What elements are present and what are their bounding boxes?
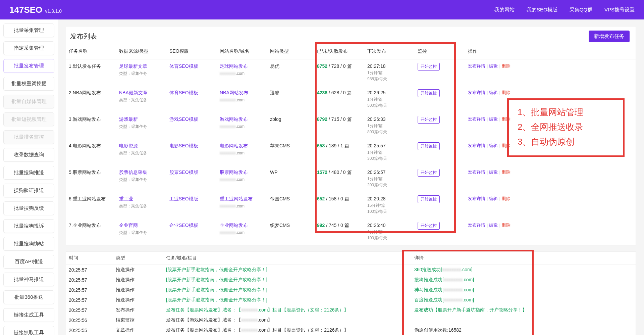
log-row: 20:25:55文章操作发布任务【股票网站发布】域名：【xxxxxxx.com】… (66, 325, 636, 335)
topnav-item-1[interactable]: 我的SEO模版 (527, 7, 557, 13)
task-site: 足球网站发布xxxxxxxx.com (217, 59, 267, 86)
callout-line-2: 2、全网推送收录 (518, 119, 615, 134)
log-type: 结束监控 (113, 315, 163, 325)
delete-link[interactable]: 删除 (502, 90, 511, 95)
sidebar-item-15[interactable]: 批量360推送 (3, 290, 54, 304)
publish-detail-link[interactable]: 发布详情 (468, 63, 485, 68)
publish-count: 8752 / 728 / 0 篇 (314, 59, 365, 86)
sidebar-item-14[interactable]: 批量神马推送 (3, 273, 54, 286)
task-name: 7.企业网站发布 (66, 219, 116, 245)
publish-detail-link[interactable]: 发布详情 (468, 90, 485, 95)
sidebar-item-17[interactable]: 链接抓取工具 (3, 326, 54, 335)
publish-count: 658 / 189 / 1 篇 (314, 139, 365, 165)
source-link[interactable]: 足球最新文章 (119, 63, 147, 69)
sidebar-item-12[interactable]: 批量搜狗绑站 (3, 237, 54, 251)
sidebar-item-0[interactable]: 批量采集管理 (3, 23, 54, 37)
sidebar-item-16[interactable]: 链接生成工具 (3, 308, 54, 322)
template-link[interactable]: 电影SEO模板 (169, 143, 198, 148)
log-task: 发布任务【股票网站发布】域名：【xxxxxxx.com】栏目【股票资讯（文档：2… (163, 305, 412, 315)
log-row: 20:25:56结束监控发布任务【游戏网站发布】域名：【xxxxxxx.com】 (66, 315, 636, 325)
app-title: 147SEO (9, 5, 42, 15)
delete-link[interactable]: 删除 (502, 196, 511, 201)
publish-detail-link[interactable]: 发布详情 (468, 223, 485, 228)
source-link[interactable]: 游戏最新 (119, 116, 138, 122)
publish-count: 1572 / 480 / 0 篇 (314, 165, 365, 192)
sidebar-item-2[interactable]: 批量发布管理 (3, 59, 54, 73)
topnav-item-0[interactable]: 我的网站 (494, 7, 515, 13)
start-monitor-button[interactable]: 开始监控 (418, 195, 440, 203)
source-link[interactable]: 股票信息采集 (119, 170, 147, 175)
edit-link[interactable]: 编辑 (489, 116, 498, 122)
sidebar-item-3[interactable]: 批量权重词挖掘 (3, 77, 54, 91)
next-publish: 20:26:571分钟/篇200篇/每天 (365, 165, 415, 192)
site-link[interactable]: 股票网站发布 (220, 170, 248, 175)
start-monitor-button[interactable]: 开始监控 (418, 63, 440, 70)
start-monitor-button[interactable]: 开始监控 (418, 89, 440, 97)
top-nav: 我的网站我的SEO模版采集QQ群VPS拨号设置 (494, 7, 635, 13)
sidebar-item-9[interactable]: 搜狗验证推送 (3, 184, 54, 197)
publish-detail-link[interactable]: 发布详情 (468, 170, 485, 175)
publish-col-2: SEO模版 (167, 45, 217, 59)
site-link[interactable]: 电影网站发布 (220, 143, 248, 148)
sidebar-item-1[interactable]: 指定采集管理 (3, 41, 54, 55)
next-publish: 20:27:181分钟/篇988篇/每天 (365, 59, 415, 86)
publish-col-1: 数据来源/类型 (116, 45, 167, 59)
log-detail (412, 315, 636, 325)
template-link[interactable]: 游戏SEO模板 (169, 116, 198, 122)
edit-link[interactable]: 编辑 (489, 90, 498, 95)
edit-link[interactable]: 编辑 (489, 223, 498, 228)
log-table-body[interactable]: 20:25:57推送操作[股票开户新手避坑指南，低佣金开户攻略分享！]360推送… (66, 265, 636, 335)
log-task: [股票开户新手避坑指南，低佣金开户攻略分享！] (163, 265, 412, 275)
start-monitor-button[interactable]: 开始监控 (418, 222, 440, 230)
template-link[interactable]: 体育SEO模板 (169, 90, 198, 95)
source-link[interactable]: 企业官网 (119, 223, 138, 228)
sidebar-item-8[interactable]: 批量搜狗推送 (3, 166, 54, 180)
add-publish-task-button[interactable]: 新增发布任务 (589, 31, 630, 42)
template-link[interactable]: 企业SEO模板 (169, 223, 198, 228)
log-time: 20:25:57 (66, 305, 113, 315)
delete-link[interactable]: 删除 (502, 170, 511, 175)
task-site: 游戏网站发布xxxxxxxx.com (217, 112, 267, 139)
sidebar-item-13[interactable]: 百度API推送 (3, 255, 54, 269)
template-link[interactable]: 体育SEO模板 (169, 63, 198, 69)
edit-link[interactable]: 编辑 (489, 196, 498, 201)
site-link[interactable]: 重工业网站发布 (220, 196, 253, 201)
sidebar-item-5: 批量短视频管理 (3, 112, 54, 126)
site-link[interactable]: 游戏网站发布 (220, 116, 248, 122)
edit-link[interactable]: 编辑 (489, 63, 498, 68)
publish-col-4: 网站类型 (267, 45, 314, 59)
task-source: 重工业类型：采集任务 (116, 192, 167, 219)
task-template: 体育SEO模板 (167, 86, 217, 112)
start-monitor-button[interactable]: 开始监控 (418, 116, 440, 124)
edit-link[interactable]: 编辑 (489, 170, 498, 175)
site-type: 帝国CMS (267, 192, 314, 219)
task-name: 4.电影网站发布 (66, 139, 116, 165)
edit-link[interactable]: 编辑 (489, 143, 498, 148)
log-type: 文章操作 (113, 325, 163, 335)
publish-detail-link[interactable]: 发布详情 (468, 116, 485, 122)
source-link[interactable]: NBA最新文章 (119, 90, 148, 95)
topnav-item-3[interactable]: VPS拨号设置 (604, 7, 635, 13)
delete-link[interactable]: 删除 (502, 63, 511, 68)
log-col-1: 类型 (113, 252, 163, 265)
source-link[interactable]: 重工业 (119, 196, 133, 201)
publish-detail-link[interactable]: 发布详情 (468, 143, 485, 148)
site-link[interactable]: NBA网站发布 (220, 90, 248, 95)
template-link[interactable]: 工业SEO模版 (169, 196, 198, 201)
app-version: v1.3.1.0 (45, 8, 62, 14)
task-name: 6.重工业网站发布 (66, 192, 116, 219)
start-monitor-button[interactable]: 开始监控 (418, 142, 440, 150)
site-link[interactable]: 足球网站发布 (220, 63, 248, 69)
sidebar-item-10[interactable]: 批量搜狗反馈 (3, 201, 54, 215)
start-monitor-button[interactable]: 开始监控 (418, 169, 440, 177)
delete-link[interactable]: 删除 (502, 223, 511, 228)
operation-cell: 发布详情|编辑|删除 (465, 59, 636, 86)
template-link[interactable]: 股票SEO模版 (169, 170, 198, 175)
task-site: NBA网站发布xxxxxxxx.com (217, 86, 267, 112)
topnav-item-2[interactable]: 采集QQ群 (570, 7, 592, 13)
site-link[interactable]: 企业网站发布 (220, 223, 248, 228)
sidebar-item-7[interactable]: 收录数据查询 (3, 148, 54, 162)
source-link[interactable]: 电影资源 (119, 143, 138, 148)
publish-detail-link[interactable]: 发布详情 (468, 196, 485, 201)
sidebar-item-11[interactable]: 批量搜狗投诉 (3, 219, 54, 233)
